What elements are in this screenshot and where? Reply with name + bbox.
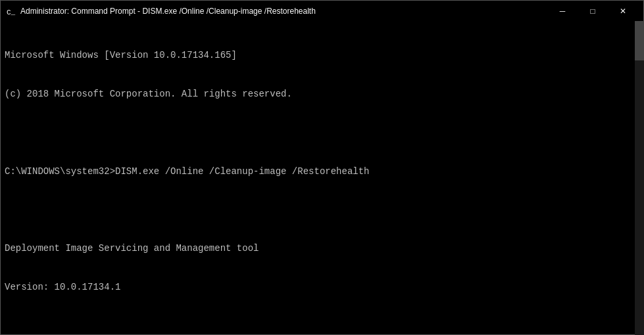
maximize-button[interactable]: □ [578, 1, 608, 22]
window-title: Administrator: Command Prompt - DISM.exe… [20, 7, 547, 16]
minimize-button[interactable]: ─ [547, 1, 578, 22]
console-output[interactable]: Microsoft Windows [Version 10.0.17134.16… [0, 21, 644, 335]
title-bar: C_ Administrator: Command Prompt - DISM.… [0, 0, 644, 21]
console-line-8 [5, 320, 639, 333]
scrollbar-thumb[interactable] [635, 21, 644, 60]
console-line-7: Version: 10.0.17134.1 [5, 281, 639, 294]
svg-text:C_: C_ [7, 9, 16, 16]
console-line-2: (c) 2018 Microsoft Corporation. All righ… [5, 88, 639, 101]
console-line-6: Deployment Image Servicing and Managemen… [5, 242, 639, 256]
close-button[interactable]: ✕ [608, 1, 638, 22]
scrollbar[interactable] [635, 21, 644, 335]
console-line-4: C:\WINDOWS\system32>DISM.exe /Online /Cl… [5, 166, 639, 179]
console-line-1: Microsoft Windows [Version 10.0.17134.16… [5, 49, 639, 62]
console-line-5 [5, 204, 639, 217]
cmd-icon: C_ [6, 6, 16, 16]
command-prompt-window: C_ Administrator: Command Prompt - DISM.… [0, 0, 644, 335]
window-controls: ─ □ ✕ [547, 1, 638, 22]
console-line-3 [5, 127, 639, 140]
